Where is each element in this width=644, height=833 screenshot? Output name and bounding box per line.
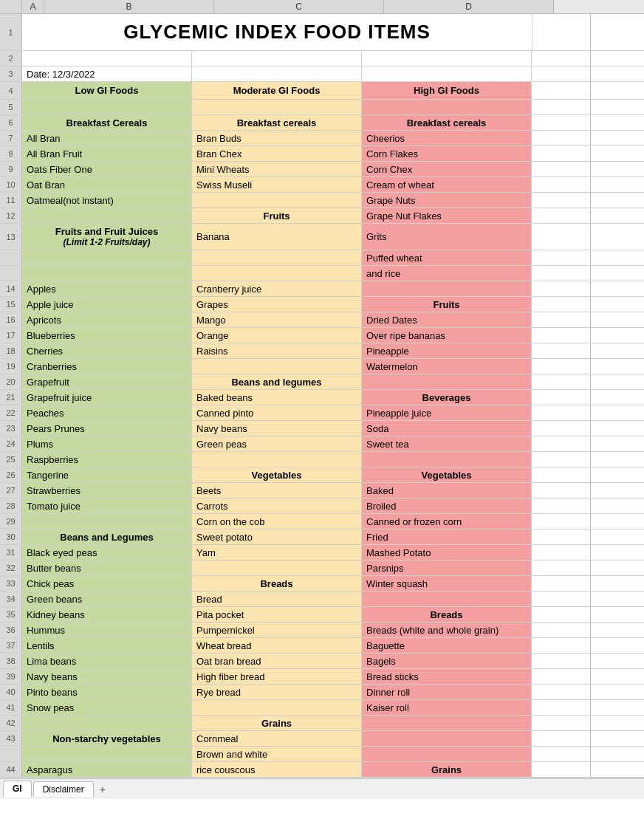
row-num-5: 5 bbox=[0, 100, 22, 114]
cell-26d bbox=[532, 467, 591, 482]
cell-12a bbox=[22, 208, 192, 223]
cell-20c bbox=[362, 374, 532, 389]
title-cell: GLYCEMIC INDEX FOOD ITEMS bbox=[22, 14, 532, 50]
row-37: 37 Lentils Wheat bread Baguette bbox=[0, 638, 644, 654]
row-43-5: Brown and white bbox=[0, 747, 644, 762]
cell-10a: Oat Bran bbox=[22, 177, 192, 192]
cell-13a: Fruits and Fruit Juices (Limit 1-2 Fruit… bbox=[22, 224, 192, 250]
row-num-43: 43 bbox=[0, 731, 22, 746]
row-14: 14 Apples Cranberry juice bbox=[0, 281, 644, 297]
cell-2a bbox=[22, 51, 192, 66]
cell-36c: Breads (white and whole grain) bbox=[362, 623, 532, 637]
cell-3b bbox=[192, 66, 362, 81]
row-num-8: 8 bbox=[0, 146, 22, 161]
row-num-42: 42 bbox=[0, 716, 22, 730]
row-11: 11 Oatmeal(not instant) Grape Nuts bbox=[0, 193, 644, 208]
tab-disclaimer[interactable]: Disclaimer bbox=[33, 781, 94, 797]
cell-18c: Pineapple bbox=[362, 343, 532, 358]
row-num-44: 44 bbox=[0, 762, 22, 777]
cell-33b: Breads bbox=[192, 576, 362, 591]
cell-12b: Fruits bbox=[192, 208, 362, 223]
row-17: 17 Blueberries Orange Over ripe bananas bbox=[0, 328, 644, 343]
page-title: GLYCEMIC INDEX FOOD ITEMS bbox=[123, 21, 431, 44]
row-27: 27 Strawberries Beets Baked bbox=[0, 483, 644, 498]
column-headers: A B C D bbox=[0, 0, 644, 14]
cell-15c: Fruits bbox=[362, 297, 532, 312]
row-4: 4 Low GI Foods Moderate GI Foods High GI… bbox=[0, 82, 644, 100]
cell-15a: Apple juice bbox=[22, 297, 192, 312]
row-25: 25 Raspberries bbox=[0, 452, 644, 467]
col-d-header: D bbox=[384, 0, 554, 13]
cell-28a: Tomato juice bbox=[22, 498, 192, 513]
cell-44d bbox=[532, 762, 591, 777]
cell-37a: Lentils bbox=[22, 638, 192, 653]
row-num-30: 30 bbox=[0, 529, 22, 544]
row-num-13-5 bbox=[0, 250, 22, 265]
cell-7d bbox=[532, 131, 591, 145]
cell-25a: Raspberries bbox=[22, 452, 192, 467]
cell-37d bbox=[532, 638, 591, 653]
row-18: 18 Cherries Raisins Pineapple bbox=[0, 343, 644, 359]
row-num-11: 11 bbox=[0, 193, 22, 208]
cell-18a: Cherries bbox=[22, 343, 192, 358]
row-num-38: 38 bbox=[0, 654, 22, 668]
row-38: 38 Lima beans Oat bran bread Bagels bbox=[0, 654, 644, 669]
cell-13-6d bbox=[532, 266, 591, 281]
cell-26c: Vegetables bbox=[362, 467, 532, 482]
row-1: 1 GLYCEMIC INDEX FOOD ITEMS bbox=[0, 14, 644, 51]
cell-36a: Hummus bbox=[22, 623, 192, 637]
cell-41b bbox=[192, 700, 362, 715]
row-32: 32 Butter beans Parsnips bbox=[0, 561, 644, 576]
cell-27a: Strawberries bbox=[22, 483, 192, 498]
cell-7a: All Bran bbox=[22, 131, 192, 145]
cell-23a: Pears Prunes bbox=[22, 421, 192, 436]
cell-34a: Green beans bbox=[22, 592, 192, 606]
cell-40b: Rye bread bbox=[192, 685, 362, 699]
cell-25b bbox=[192, 452, 362, 467]
cell-16d bbox=[532, 312, 591, 327]
row-num-13-6 bbox=[0, 266, 22, 281]
row-39: 39 Navy beans High fiber bread Bread sti… bbox=[0, 669, 644, 685]
row-num-15: 15 bbox=[0, 297, 22, 312]
row-num-9: 9 bbox=[0, 162, 22, 176]
cell-7c: Cheerios bbox=[362, 131, 532, 145]
cell-29a bbox=[22, 514, 192, 529]
row-20: 20 Grapefruit Beans and legumes bbox=[0, 374, 644, 390]
cell-20a: Grapefruit bbox=[22, 374, 192, 389]
cell-30d bbox=[532, 529, 591, 544]
row-num-4: 4 bbox=[0, 82, 22, 99]
col-b-header: B bbox=[44, 0, 214, 13]
cell-43-5d bbox=[532, 747, 591, 761]
cell-41a: Snow peas bbox=[22, 700, 192, 715]
row-3: 3 Date: 12/3/2022 bbox=[0, 66, 644, 82]
cell-23c: Soda bbox=[362, 421, 532, 436]
row-6: 6 Breakfast Cereals Breakfast cereals Br… bbox=[0, 115, 644, 131]
cell-36b: Pumpernickel bbox=[192, 623, 362, 637]
row-num-10: 10 bbox=[0, 177, 22, 192]
cell-6b: Breakfast cereals bbox=[192, 115, 362, 130]
cell-13-6b bbox=[192, 266, 362, 281]
cell-3a: Date: 12/3/2022 bbox=[22, 66, 192, 81]
tab-gi[interactable]: GI bbox=[3, 781, 32, 798]
cell-28c: Broiled bbox=[362, 498, 532, 513]
cell-20b: Beans and legumes bbox=[192, 374, 362, 389]
tab-add-button[interactable]: + bbox=[95, 782, 110, 797]
cell-43-5b: Brown and white bbox=[192, 747, 362, 761]
cell-2d bbox=[532, 51, 591, 66]
cell-42a bbox=[22, 716, 192, 730]
row-num-16: 16 bbox=[0, 312, 22, 327]
row-33: 33 Chick peas Breads Winter squash bbox=[0, 576, 644, 592]
cell-30a: Beans and Legumes bbox=[22, 529, 192, 544]
cell-19d bbox=[532, 359, 591, 374]
row-19: 19 Cranberries Watermelon bbox=[0, 359, 644, 374]
row-num-13: 13 bbox=[0, 224, 22, 250]
cell-25c bbox=[362, 452, 532, 467]
cell-20d bbox=[532, 374, 591, 389]
row-num-27: 27 bbox=[0, 483, 22, 498]
cell-28d bbox=[532, 498, 591, 513]
row-5: 5 bbox=[0, 100, 644, 115]
cell-11a: Oatmeal(not instant) bbox=[22, 193, 192, 208]
row-num-43-5 bbox=[0, 747, 22, 761]
row-40: 40 Pinto beans Rye bread Dinner roll bbox=[0, 685, 644, 700]
row-num-2: 2 bbox=[0, 51, 22, 66]
